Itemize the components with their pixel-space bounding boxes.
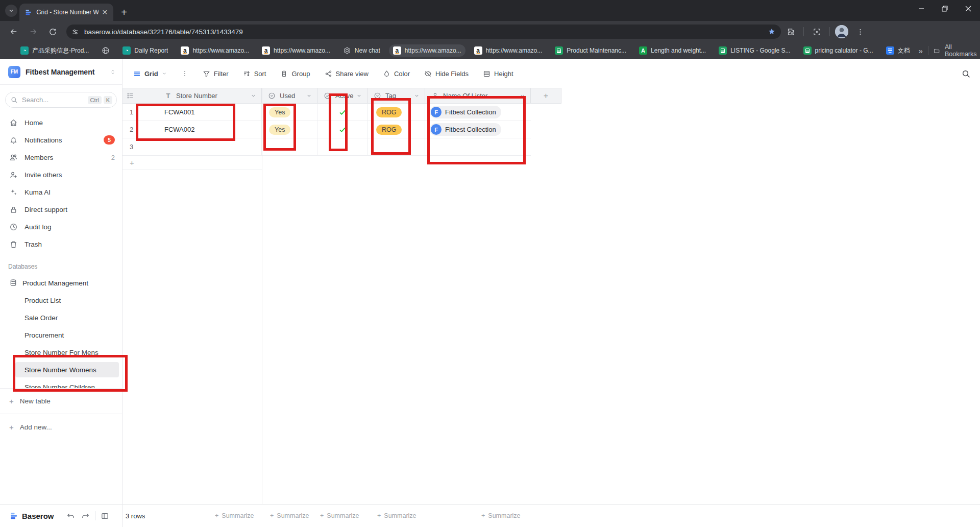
workspace-switcher[interactable]: FM Fitbest Management	[0, 59, 122, 85]
cell-tag[interactable]: ROG	[368, 121, 425, 138]
cell-store-number[interactable]: FCWA001	[122, 104, 262, 121]
forward-button[interactable]	[25, 23, 41, 40]
search-icon[interactable]	[962, 69, 971, 79]
bookmark-item-highlighted[interactable]: ahttps://www.amazo...	[389, 44, 465, 57]
table-row[interactable]: 2 FCWA002 Yes ROG F Fitbest Collection	[122, 121, 531, 138]
extensions-icon[interactable]	[782, 23, 799, 40]
view-options-menu[interactable]	[181, 70, 188, 77]
all-bookmarks-button[interactable]: All Bookmarks	[945, 43, 978, 58]
restore-button[interactable]	[933, 0, 957, 17]
minimize-button[interactable]	[910, 0, 933, 17]
column-header-used[interactable]: Used	[262, 88, 317, 103]
cell-tag[interactable]: ROG	[368, 104, 425, 121]
sidebar-item-notifications[interactable]: Notifications 5	[0, 131, 122, 149]
site-settings-icon[interactable]	[71, 28, 79, 36]
back-button[interactable]	[6, 23, 22, 40]
undo-icon[interactable]	[66, 512, 75, 520]
search-input[interactable]: Search... Ctrl K	[5, 92, 117, 108]
chevron-down-icon[interactable]	[520, 93, 525, 99]
bookmark-item[interactable]	[97, 44, 114, 57]
address-bar[interactable]: baserow.io/database/322176/table/745313/…	[66, 25, 781, 39]
chevron-down-icon[interactable]	[356, 93, 362, 99]
column-header-tag[interactable]: Tag	[368, 88, 425, 103]
table-row[interactable]: 3	[122, 138, 531, 156]
height-button[interactable]: Height	[483, 70, 513, 78]
share-view-button[interactable]: Share view	[325, 70, 369, 78]
summarize-button[interactable]: +Summarize	[377, 505, 416, 527]
sidebar-table-store-number-children[interactable]: Store Number Children	[0, 378, 122, 389]
url-text[interactable]: baserow.io/database/322176/table/745313/…	[84, 28, 768, 36]
color-button[interactable]: Color	[383, 70, 410, 78]
bookmark-item[interactable]: ALength and weight...	[635, 44, 710, 57]
view-selector[interactable]: Grid	[133, 70, 167, 78]
sidebar-item-home[interactable]: Home	[0, 114, 122, 131]
bookmark-item[interactable]: ahttps://www.amazo...	[470, 44, 547, 57]
cell-tag[interactable]	[368, 138, 425, 155]
new-table-button[interactable]: + New table	[0, 389, 122, 414]
summarize-button[interactable]: +Summarize	[481, 505, 521, 527]
cell-name-of-lister[interactable]	[425, 138, 531, 155]
summarize-button[interactable]: +Summarize	[270, 505, 309, 527]
sidebar-item-invite-others[interactable]: Invite others	[0, 166, 122, 183]
cell-active[interactable]	[317, 121, 368, 138]
overflow-chevrons-icon[interactable]: »	[919, 46, 923, 55]
new-tab-button[interactable]: +	[117, 6, 131, 19]
screen-capture-icon[interactable]	[808, 23, 825, 40]
sidebar-table-procurement[interactable]: Procurement	[0, 326, 122, 344]
sidebar-item-trash[interactable]: Trash	[0, 235, 122, 253]
column-header-name-of-lister[interactable]: Name Of Lister	[425, 88, 531, 103]
group-button[interactable]: Group	[280, 70, 310, 78]
bookmark-item[interactable]: ◔产品采购信息-Prod...	[16, 44, 93, 57]
bookmark-item[interactable]: LISTING - Google S...	[715, 44, 794, 57]
summarize-button[interactable]: +Summarize	[215, 505, 254, 527]
sidebar-item-members[interactable]: Members 2	[0, 149, 122, 166]
table-row[interactable]: 1 FCWA001 Yes ROG F Fitbest Collection	[122, 104, 531, 121]
bookmark-star-icon[interactable]	[768, 28, 776, 36]
redo-icon[interactable]	[81, 512, 90, 520]
add-field-button[interactable]: +	[531, 88, 561, 103]
cell-used[interactable]: Yes	[262, 121, 317, 138]
cell-store-number[interactable]: FCWA002	[122, 121, 262, 138]
bookmark-item[interactable]: Product Maintenanc...	[551, 44, 630, 57]
column-header-active[interactable]: Active	[317, 88, 368, 103]
bookmark-item[interactable]: ◔Daily Report	[118, 44, 172, 57]
sort-button[interactable]: Sort	[243, 70, 266, 78]
bookmark-item[interactable]: ahttps://www.amazo...	[258, 44, 334, 57]
chevron-down-icon[interactable]	[251, 93, 256, 99]
browser-tab-active[interactable]: Grid - Store Number Womens | ✕	[19, 4, 113, 21]
reload-button[interactable]	[44, 23, 61, 40]
bookmark-item[interactable]: ahttps://www.amazo...	[177, 44, 253, 57]
add-row-button[interactable]: +	[122, 156, 262, 170]
add-new-button[interactable]: + Add new...	[0, 414, 122, 440]
chevron-down-icon[interactable]	[414, 93, 420, 99]
sidebar-table-product-list[interactable]: Product List	[0, 292, 122, 309]
cell-active[interactable]	[317, 138, 368, 155]
bookmark-item[interactable]: pricing calulator - G...	[799, 44, 877, 57]
tab-search-button[interactable]	[5, 5, 17, 17]
sidebar-item-kuma-ai[interactable]: Kuma AI	[0, 183, 122, 201]
hide-fields-button[interactable]: Hide Fields	[424, 70, 469, 78]
browser-menu-icon[interactable]	[852, 23, 868, 40]
cell-active[interactable]	[317, 104, 368, 121]
bookmark-item[interactable]: 文档	[882, 44, 914, 57]
sidebar-table-store-number-womens[interactable]: Store Number Womens	[15, 362, 119, 377]
tab-close-icon[interactable]: ✕	[101, 8, 109, 17]
cell-used[interactable]	[262, 138, 317, 155]
summarize-button[interactable]: +Summarize	[320, 505, 359, 527]
cell-used[interactable]: Yes	[262, 104, 317, 121]
filter-button[interactable]: Filter	[203, 70, 229, 78]
cell-store-number[interactable]	[122, 138, 262, 155]
toggle-sidebar-icon[interactable]	[101, 512, 109, 520]
cell-name-of-lister[interactable]: F Fitbest Collection	[425, 104, 531, 121]
sidebar-table-sale-order[interactable]: Sale Order	[0, 309, 122, 326]
sidebar-table-store-number-for-mens[interactable]: Store Number For Mens	[0, 344, 122, 361]
cell-name-of-lister[interactable]: F Fitbest Collection	[425, 121, 531, 138]
profile-avatar[interactable]	[835, 25, 848, 38]
sidebar-database-product-management[interactable]: Product Management	[0, 274, 122, 292]
chevron-down-icon[interactable]	[306, 93, 312, 99]
sidebar-item-audit-log[interactable]: Audit log	[0, 218, 122, 235]
column-header-store-number[interactable]: T Store Number	[122, 88, 262, 103]
close-button[interactable]	[957, 0, 980, 17]
bookmark-item[interactable]: New chat	[339, 44, 384, 57]
sidebar-item-direct-support[interactable]: Direct support	[0, 201, 122, 218]
